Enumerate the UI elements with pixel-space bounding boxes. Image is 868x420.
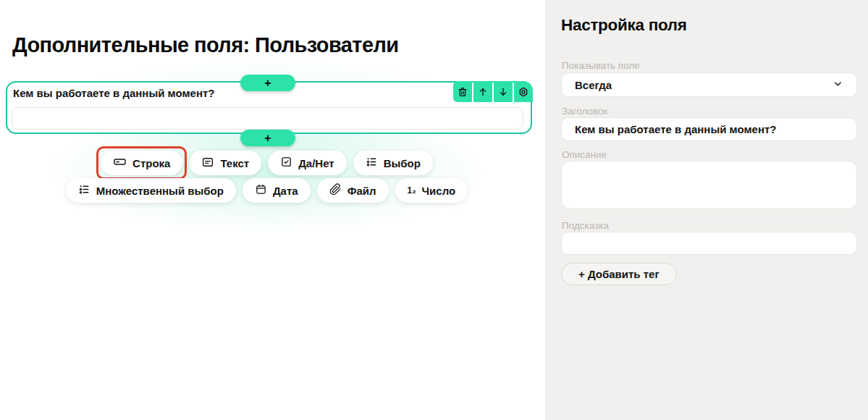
add-tag-button[interactable]: + Добавить тег	[561, 263, 677, 285]
list-dots-icon	[78, 183, 90, 198]
field-settings-button[interactable]	[514, 81, 533, 102]
description-textarea[interactable]	[561, 161, 857, 209]
list-dots-icon	[366, 156, 378, 170]
field-type-text-button[interactable]: Текст	[189, 151, 261, 175]
move-down-button[interactable]	[494, 81, 513, 102]
chevron-down-icon	[833, 78, 843, 91]
field-question-label: Кем вы работаете в данный момент?	[13, 87, 214, 99]
add-field-above-button[interactable]: +	[240, 75, 295, 91]
sidebar-title: Настройка поля	[561, 16, 687, 35]
field-answer-input[interactable]	[12, 107, 523, 130]
field-type-multichoice-button[interactable]: Множественный выбор	[66, 178, 236, 203]
delete-field-button[interactable]	[453, 81, 472, 102]
title-input[interactable]	[561, 117, 857, 141]
field-settings-sidebar: Настройка поля Показывать поле Всегда За…	[545, 0, 868, 420]
show-field-label: Показывать поле	[562, 60, 640, 71]
field-type-date-button[interactable]: Дата	[243, 178, 311, 203]
input-line-icon	[113, 155, 127, 171]
move-up-button[interactable]	[473, 81, 492, 102]
field-type-choice-button[interactable]: Выбор	[353, 151, 433, 175]
checkbox-icon	[280, 156, 292, 170]
field-type-yesno-button[interactable]: Да/Нет	[268, 151, 347, 175]
arrow-up-icon	[477, 86, 489, 98]
hint-input[interactable]	[561, 232, 857, 255]
show-field-value: Всегда	[575, 79, 612, 91]
field-type-file-button[interactable]: Файл	[317, 178, 389, 203]
form-builder-panel: Дополнительные поля: Пользователи + + Ке…	[0, 0, 545, 420]
paperclip-icon	[329, 183, 342, 198]
highlight-box: Строка	[96, 146, 187, 180]
field-type-row-2: Множественный выбор Дата Файл 1₂ Число	[0, 177, 539, 203]
calendar-icon	[255, 183, 267, 198]
field-type-string-button[interactable]: Строка	[101, 151, 182, 175]
description-label: Описание	[562, 149, 607, 160]
gear-icon	[518, 86, 529, 98]
title-label: Заголовок	[562, 106, 607, 117]
page-title: Дополнительные поля: Пользователи	[12, 33, 398, 57]
show-field-select[interactable]: Всегда	[561, 72, 857, 97]
arrow-down-icon	[497, 86, 509, 98]
field-action-toolbar	[453, 81, 533, 102]
field-type-number-button[interactable]: 1₂ Число	[395, 178, 468, 203]
hint-label: Подсказка	[562, 220, 609, 231]
add-field-below-button[interactable]: +	[240, 130, 295, 146]
number-icon: 1₂	[408, 186, 416, 195]
text-lines-icon	[201, 156, 214, 171]
trash-icon	[457, 86, 468, 98]
field-type-row-1: Строка Текст Да/Нет	[0, 148, 539, 177]
